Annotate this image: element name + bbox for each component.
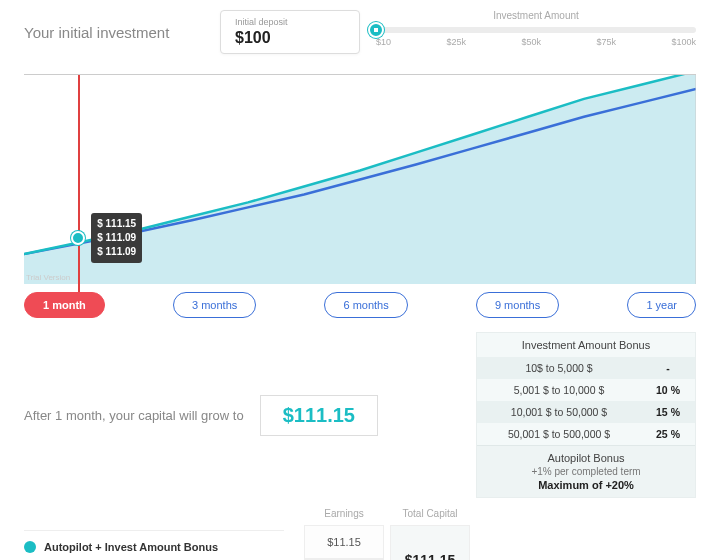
mini-table: Earnings $11.15 - 2% Total Capital $111.…	[304, 508, 470, 560]
tooltip-value: $ 111.09	[97, 231, 136, 245]
autopilot-bonus-box: Autopilot Bonus +1% per completed term M…	[477, 445, 695, 497]
tooltip-value: $ 111.15	[97, 217, 136, 231]
slider-track[interactable]	[376, 27, 696, 33]
bonus-range: 50,001 $ to 500,000 $	[477, 423, 641, 445]
bonus-pct: 25 %	[641, 423, 695, 445]
slider-tick: $100k	[671, 37, 696, 47]
legend-item: Autopilot + Invest Amount Bonus	[24, 530, 284, 560]
slider-tick: $25k	[446, 37, 466, 47]
legend-dot-icon	[24, 541, 36, 553]
total-column: Total Capital $111.15	[390, 508, 470, 560]
bonus-panel-title: Investment Amount Bonus	[477, 333, 695, 357]
earnings-column: Earnings $11.15 - 2%	[304, 508, 384, 560]
total-capital-value: $111.15	[390, 525, 470, 560]
initial-deposit-box[interactable]: Initial deposit $100	[220, 10, 360, 54]
slider-tick: $50k	[521, 37, 541, 47]
autopilot-sub: +1% per completed term	[481, 466, 691, 477]
growth-chart[interactable]: $ 111.15 $ 111.09 $ 111.09 Trial Version	[24, 74, 696, 284]
slider-tick: $10	[376, 37, 391, 47]
bonus-row: 5,001 $ to 10,000 $ 10 %	[477, 379, 695, 401]
bonus-pct: 10 %	[641, 379, 695, 401]
period-btn-1year[interactable]: 1 year	[627, 292, 696, 318]
slider-ticks: $10 $25k $50k $75k $100k	[376, 37, 696, 47]
legend-column: Autopilot + Invest Amount Bonus Investme…	[24, 508, 284, 560]
period-btn-3months[interactable]: 3 months	[173, 292, 256, 318]
page-title: Your initial investment	[24, 10, 204, 41]
period-selector: 1 month 3 months 6 months 9 months 1 yea…	[24, 292, 696, 318]
slider-thumb[interactable]	[368, 22, 384, 38]
legend-row: Autopilot + Invest Amount Bonus Investme…	[24, 508, 696, 560]
chart-time-handle[interactable]	[71, 231, 85, 245]
slider-label: Investment Amount	[376, 10, 696, 21]
bonus-row: 50,001 $ to 500,000 $ 25 %	[477, 423, 695, 445]
initial-deposit-label: Initial deposit	[235, 17, 345, 27]
bonus-range: 10,001 $ to 50,000 $	[477, 401, 641, 423]
bonus-pct: 15 %	[641, 401, 695, 423]
bonus-panel: Investment Amount Bonus 10$ to 5,000 $ -…	[476, 332, 696, 498]
chart-tooltip: $ 111.15 $ 111.09 $ 111.09	[91, 213, 142, 263]
bonus-pct: -	[641, 357, 695, 379]
initial-deposit-value: $100	[235, 29, 345, 47]
bonus-row: 10$ to 5,000 $ -	[477, 357, 695, 379]
period-btn-6months[interactable]: 6 months	[324, 292, 407, 318]
header-row: Your initial investment Initial deposit …	[0, 0, 720, 54]
growth-text: After 1 month, your capital will grow to	[24, 408, 244, 423]
investment-amount-slider[interactable]: Investment Amount $10 $25k $50k $75k $10…	[376, 10, 696, 47]
autopilot-title: Autopilot Bonus	[481, 452, 691, 464]
bonus-range: 5,001 $ to 10,000 $	[477, 379, 641, 401]
autopilot-max: Maximum of +20%	[481, 479, 691, 491]
bonus-range: 10$ to 5,000 $	[477, 357, 641, 379]
summary-row: After 1 month, your capital will grow to…	[24, 332, 696, 498]
tooltip-value: $ 111.09	[97, 245, 136, 259]
slider-tick: $75k	[596, 37, 616, 47]
bonus-row: 10,001 $ to 50,000 $ 15 %	[477, 401, 695, 423]
period-btn-9months[interactable]: 9 months	[476, 292, 559, 318]
total-header: Total Capital	[390, 508, 470, 525]
legend-label: Autopilot + Invest Amount Bonus	[44, 541, 218, 553]
growth-value: $111.15	[260, 395, 378, 436]
earnings-header: Earnings	[304, 508, 384, 525]
chart-watermark: Trial Version	[26, 273, 70, 282]
period-btn-1month[interactable]: 1 month	[24, 292, 105, 318]
chart-time-marker[interactable]	[78, 75, 80, 292]
earnings-cell: $11.15	[304, 525, 384, 559]
